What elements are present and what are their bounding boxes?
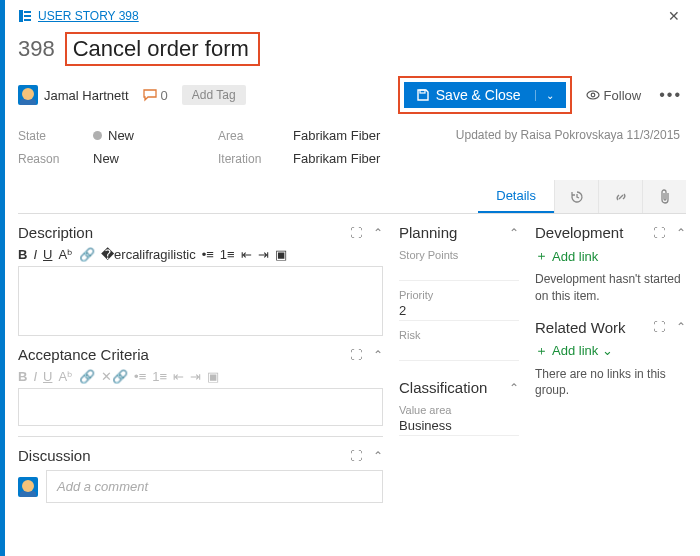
- chevron-up-icon[interactable]: ⌃: [373, 226, 383, 240]
- chevron-down-icon: ⌄: [602, 343, 613, 358]
- acceptance-toolbar: B I U Aᵇ 🔗 ✕🔗 •≡ 1≡ ⇤ ⇥ ▣: [18, 369, 383, 384]
- save-dropdown-icon[interactable]: ⌄: [535, 90, 554, 101]
- chevron-up-icon[interactable]: ⌃: [373, 348, 383, 362]
- story-points-label: Story Points: [399, 249, 519, 261]
- plus-icon: ＋: [535, 342, 548, 360]
- italic-icon[interactable]: I: [33, 369, 37, 384]
- follow-label: Follow: [604, 88, 642, 103]
- add-related-link-button[interactable]: ＋ Add link ⌄: [535, 342, 686, 360]
- state-value[interactable]: New: [93, 128, 134, 143]
- link-tool-icon[interactable]: 🔗: [79, 369, 95, 384]
- italic-icon[interactable]: I: [33, 247, 37, 262]
- image-icon[interactable]: ▣: [207, 369, 219, 384]
- expand-icon[interactable]: ⛶: [653, 320, 666, 334]
- acceptance-editor[interactable]: [18, 388, 383, 426]
- state-label: State: [18, 129, 73, 143]
- planning-heading: Planning: [399, 224, 457, 241]
- area-label: Area: [218, 129, 273, 143]
- discussion-heading: Discussion: [18, 447, 91, 464]
- add-link-label: Add link: [552, 249, 598, 264]
- font-icon[interactable]: Aᵇ: [58, 247, 73, 262]
- assignee-name[interactable]: Jamal Hartnett: [44, 88, 129, 103]
- chevron-up-icon[interactable]: ⌃: [373, 449, 383, 463]
- value-area-value[interactable]: Business: [399, 418, 519, 436]
- chevron-up-icon[interactable]: ⌃: [509, 381, 519, 395]
- chevron-up-icon[interactable]: ⌃: [509, 226, 519, 240]
- reason-value[interactable]: New: [93, 151, 119, 166]
- work-item-type-link[interactable]: USER STORY 398: [38, 9, 139, 23]
- bold-icon[interactable]: B: [18, 369, 27, 384]
- svg-rect-0: [19, 10, 23, 22]
- bullet-list-icon[interactable]: •≡: [202, 247, 214, 262]
- image-icon[interactable]: ▣: [275, 247, 287, 262]
- user-story-icon: [18, 9, 32, 23]
- acceptance-heading: Acceptance Criteria: [18, 346, 149, 363]
- description-heading: Description: [18, 224, 93, 241]
- font-icon[interactable]: Aᵇ: [58, 369, 73, 384]
- development-empty-text: Development hasn't started on this item.: [535, 271, 686, 305]
- chevron-up-icon[interactable]: ⌃: [676, 226, 686, 240]
- related-work-heading: Related Work: [535, 319, 626, 336]
- iteration-value[interactable]: Fabrikam Fiber: [293, 151, 380, 166]
- outdent-icon[interactable]: ⇤: [173, 369, 184, 384]
- value-area-label: Value area: [399, 404, 519, 416]
- state-dot-icon: [93, 131, 102, 140]
- link-icon: [613, 189, 629, 205]
- link-tool-icon[interactable]: 🔗: [79, 247, 95, 262]
- title-input[interactable]: Cancel order form: [65, 32, 260, 66]
- area-value[interactable]: Fabrikam Fiber: [293, 128, 380, 143]
- tab-links[interactable]: [598, 180, 642, 213]
- expand-icon[interactable]: ⛶: [350, 226, 363, 240]
- reason-label: Reason: [18, 152, 73, 166]
- follow-button[interactable]: Follow: [586, 88, 642, 103]
- add-dev-link-button[interactable]: ＋ Add link: [535, 247, 686, 265]
- svg-point-6: [591, 93, 595, 97]
- bold-icon[interactable]: B: [18, 247, 27, 262]
- development-heading: Development: [535, 224, 623, 241]
- eye-icon: [586, 88, 600, 102]
- current-user-avatar: [18, 477, 38, 497]
- work-item-color-bar: [0, 0, 5, 556]
- related-empty-text: There are no links in this group.: [535, 366, 686, 400]
- tab-history[interactable]: [554, 180, 598, 213]
- risk-value[interactable]: [399, 343, 519, 361]
- svg-rect-1: [24, 11, 31, 13]
- comment-count[interactable]: 0: [143, 88, 168, 103]
- priority-value[interactable]: 2: [399, 303, 519, 321]
- save-icon: [416, 88, 430, 102]
- add-comment-input[interactable]: Add a comment: [46, 470, 383, 503]
- iteration-label: Iteration: [218, 152, 273, 166]
- outdent-icon[interactable]: ⇤: [241, 247, 252, 262]
- classification-heading: Classification: [399, 379, 487, 396]
- comment-icon: [143, 88, 157, 102]
- svg-point-5: [587, 91, 599, 99]
- save-close-label: Save & Close: [436, 87, 521, 103]
- unlink-icon[interactable]: �ercalifragilistic: [101, 247, 196, 262]
- expand-icon[interactable]: ⛶: [350, 449, 363, 463]
- save-close-highlight: Save & Close ⌄: [398, 76, 572, 114]
- save-close-button[interactable]: Save & Close ⌄: [404, 82, 566, 108]
- priority-label: Priority: [399, 289, 519, 301]
- number-list-icon[interactable]: 1≡: [152, 369, 167, 384]
- close-icon[interactable]: ✕: [662, 6, 686, 26]
- expand-icon[interactable]: ⛶: [350, 348, 363, 362]
- bullet-list-icon[interactable]: •≡: [134, 369, 146, 384]
- more-actions-icon[interactable]: •••: [655, 86, 686, 104]
- chevron-up-icon[interactable]: ⌃: [676, 320, 686, 334]
- underline-icon[interactable]: U: [43, 247, 52, 262]
- story-points-value[interactable]: [399, 263, 519, 281]
- indent-icon[interactable]: ⇥: [258, 247, 269, 262]
- history-icon: [569, 189, 585, 205]
- comment-count-number: 0: [161, 88, 168, 103]
- description-editor[interactable]: [18, 266, 383, 336]
- divider: [18, 436, 383, 437]
- underline-icon[interactable]: U: [43, 369, 52, 384]
- tab-attachments[interactable]: [642, 180, 686, 213]
- unlink-icon[interactable]: ✕🔗: [101, 369, 128, 384]
- risk-label: Risk: [399, 329, 519, 341]
- add-tag-button[interactable]: Add Tag: [182, 85, 246, 105]
- expand-icon[interactable]: ⛶: [653, 226, 666, 240]
- number-list-icon[interactable]: 1≡: [220, 247, 235, 262]
- tab-details[interactable]: Details: [478, 180, 554, 213]
- indent-icon[interactable]: ⇥: [190, 369, 201, 384]
